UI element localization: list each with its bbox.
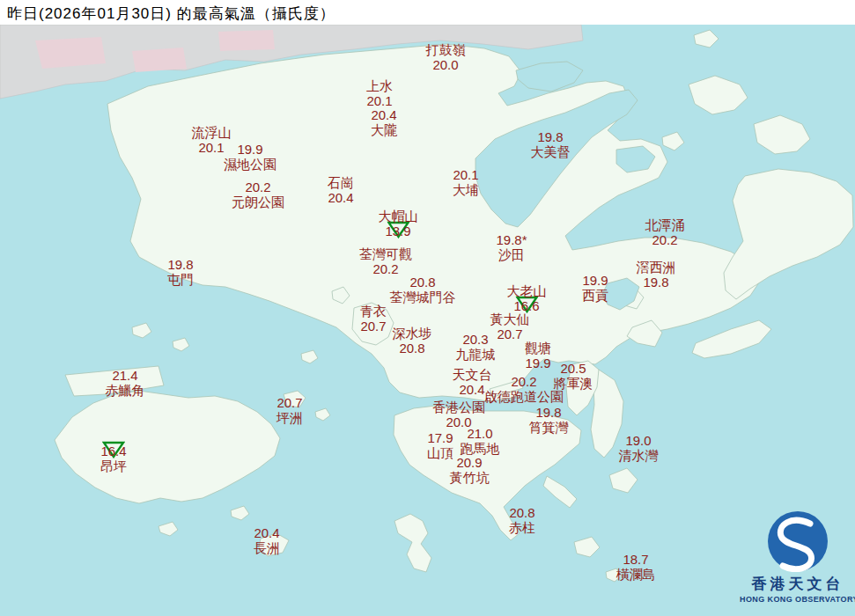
station-大帽山: 大帽山13.9 bbox=[379, 209, 418, 238]
station-name: 北潭涌 bbox=[645, 217, 685, 232]
station-滘西洲: 滘西洲19.8 bbox=[637, 260, 676, 290]
station-temp: 20.8 bbox=[509, 505, 535, 520]
station-name: 長洲 bbox=[254, 540, 280, 555]
station-name: 青衣 bbox=[360, 304, 387, 319]
title-bar: 昨日(2026年01月30日) 的最高氣溫（攝氏度） bbox=[0, 0, 855, 25]
stations-layer: 打鼓嶺20.0上水20.1流浮山20.119.9濕地公園20.4大隴19.8大美… bbox=[0, 0, 855, 616]
station-name: 濕地公園 bbox=[224, 157, 276, 172]
station-觀塘: 觀塘19.9 bbox=[525, 341, 551, 370]
hko-logo-name-en: HONG KONG OBSERVATORY bbox=[740, 595, 855, 604]
station-筲箕灣: 19.8筲箕灣 bbox=[529, 405, 569, 435]
station-大埔: 20.1大埔 bbox=[453, 167, 479, 197]
station-temp: 19.8 bbox=[531, 129, 571, 144]
station-temp: 21.4 bbox=[106, 368, 145, 383]
station-temp: 20.3 bbox=[456, 332, 496, 347]
station-黃竹坑: 20.9黃竹坑 bbox=[450, 455, 490, 485]
station-temp: 19.8 bbox=[637, 275, 676, 290]
station-temp: 17.9 bbox=[427, 430, 453, 445]
station-temp: 20.7 bbox=[360, 319, 387, 334]
station-name: 大隴 bbox=[371, 122, 397, 137]
station-temp: 19.8 bbox=[529, 405, 569, 420]
station-name: 打鼓嶺 bbox=[426, 42, 466, 57]
station-temp: 21.0 bbox=[461, 426, 500, 441]
station-荃灣可觀: 荃灣可觀20.2 bbox=[359, 246, 412, 276]
station-昂坪: 16.4昂坪 bbox=[100, 444, 127, 473]
station-name: 黃大仙 bbox=[490, 312, 530, 326]
station-赤鱲角: 21.4赤鱲角 bbox=[106, 368, 145, 398]
station-name: 筲箕灣 bbox=[529, 420, 569, 435]
station-大隴: 20.4大隴 bbox=[371, 107, 397, 137]
station-石崗: 石崗20.4 bbox=[328, 175, 354, 205]
station-temp: 19.9 bbox=[525, 356, 551, 370]
station-temp: 20.1 bbox=[366, 93, 393, 108]
station-temp: 19.8* bbox=[496, 232, 527, 247]
station-name: 西貢 bbox=[582, 288, 608, 303]
station-name: 橫瀾島 bbox=[616, 567, 656, 582]
station-temp: 19.9 bbox=[224, 142, 276, 157]
station-temp: 20.1 bbox=[453, 167, 479, 182]
station-西貢: 19.9西貢 bbox=[582, 273, 608, 303]
station-name: 元朗公園 bbox=[232, 194, 284, 209]
station-name: 赤鱲角 bbox=[106, 383, 145, 398]
station-name: 上水 bbox=[366, 78, 393, 93]
station-name: 坪洲 bbox=[276, 410, 303, 425]
station-name: 荃灣可觀 bbox=[359, 246, 412, 261]
station-name: 沙田 bbox=[496, 247, 527, 262]
station-temp: 19.9 bbox=[582, 273, 608, 288]
station-name: 荃灣城門谷 bbox=[390, 290, 456, 304]
hko-logo-icon bbox=[767, 510, 829, 572]
station-temp: 20.9 bbox=[450, 455, 490, 470]
station-大老山: 大老山16.6 bbox=[507, 283, 547, 313]
station-temp: 13.9 bbox=[379, 224, 418, 238]
station-打鼓嶺: 打鼓嶺20.0 bbox=[426, 42, 466, 72]
station-name: 大帽山 bbox=[379, 209, 418, 224]
station-temp: 20.4 bbox=[328, 190, 354, 205]
station-北潭涌: 北潭涌20.2 bbox=[645, 217, 685, 247]
map-title: 昨日(2026年01月30日) 的最高氣溫（攝氏度） bbox=[7, 4, 335, 24]
station-temp: 20.4 bbox=[371, 107, 397, 122]
station-temp: 20.8 bbox=[393, 341, 432, 356]
station-name: 昂坪 bbox=[100, 458, 127, 473]
station-name: 清水灣 bbox=[619, 448, 659, 463]
station-temp: 18.7 bbox=[616, 552, 656, 567]
station-深水埗: 深水埗20.8 bbox=[393, 326, 432, 356]
station-temp: 20.8 bbox=[390, 275, 456, 290]
station-name: 石崗 bbox=[328, 175, 354, 190]
station-temp: 20.7 bbox=[276, 395, 303, 410]
station-name: 大埔 bbox=[453, 182, 479, 197]
weather-map: 打鼓嶺20.0上水20.1流浮山20.119.9濕地公園20.4大隴19.8大美… bbox=[0, 0, 855, 616]
station-青衣: 青衣20.7 bbox=[360, 304, 387, 334]
station-name: 深水埗 bbox=[393, 326, 432, 341]
station-沙田: 19.8*沙田 bbox=[496, 232, 527, 262]
station-赤柱: 20.8赤柱 bbox=[509, 505, 535, 535]
hko-logo-block: 香港天文台 HONG KONG OBSERVATORY bbox=[740, 510, 855, 612]
station-長洲: 20.4長洲 bbox=[254, 525, 280, 555]
station-九龍城: 20.3九龍城 bbox=[456, 332, 496, 362]
station-temp: 20.0 bbox=[426, 57, 466, 72]
station-name: 大美督 bbox=[531, 144, 571, 159]
station-跑馬地: 21.0跑馬地 bbox=[461, 426, 500, 456]
station-temp: 19.8 bbox=[167, 257, 194, 272]
station-temp: 20.4 bbox=[254, 525, 280, 540]
station-temp: 20.2 bbox=[484, 374, 564, 389]
station-荃灣城門谷: 20.8荃灣城門谷 bbox=[390, 275, 456, 304]
station-name: 觀塘 bbox=[525, 341, 551, 356]
station-name: 流浮山 bbox=[192, 125, 232, 140]
station-temp: 20.2 bbox=[232, 180, 284, 194]
station-橫瀾島: 18.7橫瀾島 bbox=[616, 552, 656, 582]
station-name: 跑馬地 bbox=[461, 441, 500, 456]
station-上水: 上水20.1 bbox=[366, 78, 393, 108]
station-name: 屯門 bbox=[167, 272, 194, 287]
station-name: 黃竹坑 bbox=[450, 470, 490, 485]
station-temp: 19.0 bbox=[619, 433, 659, 448]
station-大美督: 19.8大美督 bbox=[531, 129, 571, 159]
station-黃大仙: 黃大仙20.7 bbox=[490, 312, 530, 341]
station-濕地公園: 19.9濕地公園 bbox=[224, 142, 276, 172]
station-name: 九龍城 bbox=[456, 347, 496, 362]
station-元朗公園: 20.2元朗公園 bbox=[232, 180, 284, 209]
station-啟德跑道公園: 20.2啟德跑道公園 bbox=[484, 374, 564, 404]
station-temp: 20.2 bbox=[645, 232, 685, 247]
station-name: 大老山 bbox=[507, 283, 547, 298]
station-坪洲: 20.7坪洲 bbox=[276, 395, 303, 425]
station-香港公園: 香港公園20.0 bbox=[432, 400, 485, 429]
